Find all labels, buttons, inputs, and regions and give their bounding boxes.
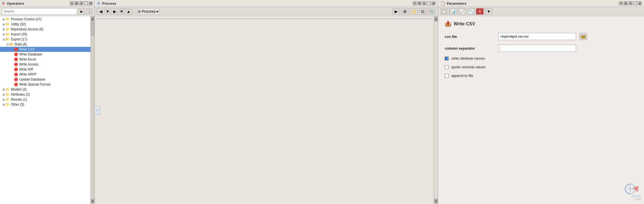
tree-label-process-control: Process Control (37) [11,17,41,21]
back-btn[interactable]: ◀ [97,8,105,15]
tree-label-attributes: Attributes (2) [11,93,30,96]
win-btn-1[interactable]: ✕ [70,1,74,5]
canvas-scroll-up[interactable]: ▲ [434,17,438,21]
watermark: xzji.com 下载集 [625,183,641,201]
tree-item-other[interactable]: ⊞ 📁 Other (3) [0,102,90,107]
win-btn-3[interactable]: ⊡ [79,1,83,5]
export-btn[interactable]: 📎 [428,8,436,15]
win-btn-2[interactable]: ⊠ [75,1,78,5]
connect-btn[interactable]: ⚡ [410,8,418,15]
params-toolbar-btn-4[interactable]: 📉 [467,8,475,15]
tree-label-models: Models (2) [11,88,27,91]
params-win-btn-5[interactable]: ⊞ [638,1,642,5]
tree-label-write-xrff: Write XRFF [19,72,36,76]
process-window-controls: ✕ ⊠ ⊡ ⬜ ⊞ [413,1,436,5]
tree-item-write-csv[interactable]: 🔴 Write CSV [0,47,90,52]
left-scrollbar[interactable]: ▲ ▼ [90,16,94,204]
process-btn-label: Process [142,9,156,14]
tree-item-update-database[interactable]: 🔴 Update Database [0,77,90,82]
params-win-btn-1[interactable]: ✕ [619,1,623,5]
scroll-thumb[interactable] [91,22,94,36]
expand-icon-other: ⊞ [2,103,6,106]
tree-item-write-special-format[interactable]: 🔴 Write Special Format [0,82,90,87]
param-label-csv-file: csv file [445,35,495,39]
folder-icon-repo: 📁 [6,27,10,31]
tree-label-export: Export (17) [11,37,27,41]
params-win-btn-2[interactable]: ⊠ [624,1,628,5]
params-toolbar-btn-1[interactable]: 📋 [440,8,448,15]
tree-label-import: Import (26) [11,32,27,36]
tree-item-write-excel[interactable]: 🔴 Write Excel [0,57,90,62]
param-input-column-sep[interactable] [498,45,576,52]
checkbox-append[interactable] [445,74,449,78]
params-win-btn-4[interactable]: ⬜ [633,1,637,5]
up-btn[interactable]: ▲ [125,8,132,15]
tree-item-write-xrff[interactable]: 🔴 Write XRFF [0,72,90,77]
tree-label-update-database: Update Database [19,77,45,81]
process-win-btn-4[interactable]: ⬜ [427,1,431,5]
tree-item-write-access[interactable]: 🔴 Write Access [0,62,90,67]
tree-item-results[interactable]: ⊞ 📁 Results (1) [0,97,90,102]
fullscreen-btn[interactable]: ⊡ [419,8,427,15]
params-win-btn-3[interactable]: ⊡ [628,1,632,5]
win-btn-4[interactable]: ⬜ [84,1,88,5]
checkbox-quote-nominal[interactable] [445,65,449,69]
process-win-btn-2[interactable]: ⊠ [417,1,421,5]
tree-item-data[interactable]: ⊟ 📂 Data (8) [0,42,90,47]
tree-item-models[interactable]: ⊞ 📁 Models (2) [0,87,90,92]
tree-item-repository-access[interactable]: ⊞ 📁 Repository Access (6) [0,27,90,32]
process-title: Process [102,1,116,6]
tree-item-attributes[interactable]: ⊞ 📁 Attributes (2) [0,92,90,97]
tree-item-import[interactable]: ⊞ 📁 Import (26) [0,32,90,37]
parameters-icon: 📋 [440,1,445,6]
params-toolbar-btn-6[interactable]: ▼ [485,8,493,15]
process-canvas[interactable]: Main Process [97,18,432,19]
param-browse-csv-file[interactable] [579,33,587,40]
params-toolbar-btn-5[interactable]: ✕ [476,8,484,15]
folder-icon-import: 📁 [6,32,10,36]
canvas-scrollbar[interactable]: ▲ ▼ [434,16,438,204]
operators-header: ⚙ Operators ✕ ⊠ ⊡ ⬜ ⊞ [0,0,94,7]
operator-icon-writeaccess: 🔴 [14,62,18,66]
left-port-handle[interactable]: ▷ [95,106,100,114]
params-window-controls: ✕ ⊠ ⊡ ⬜ ⊞ [619,1,642,5]
scroll-up-btn[interactable]: ▲ [91,17,94,21]
process-header: ⚙ Process ✕ ⊠ ⊡ ⬜ ⊞ [95,0,438,7]
scroll-down-btn[interactable]: ▼ [91,199,94,203]
forward-btn[interactable]: ▶ [111,8,119,15]
tree-item-write-database[interactable]: 🔴 Write Database [0,52,90,57]
params-toolbar-btn-3[interactable]: 📈 [458,8,466,15]
tree-item-utility[interactable]: ⊞ 📁 Utility (52) [0,22,90,27]
run-btn[interactable]: ▶ [392,8,400,15]
tree-label-repo: Repository Access (6) [11,27,43,31]
params-content: Write CSV csv file column separator [438,16,644,115]
process-win-btn-5[interactable]: ⊞ [432,1,436,5]
checkbox-write-attr[interactable]: ✓ [445,57,449,60]
forward-nav-icon[interactable]: ▶ [78,8,85,15]
watermark-icon [625,183,641,195]
tree-item-write-arff[interactable]: 🔴 Write Arff [0,67,90,72]
down-sort-icon[interactable]: ↓ [86,8,93,15]
canvas-scroll-down[interactable]: ▼ [434,199,438,203]
tree-label-write-access: Write Access [19,62,38,66]
process-win-btn-3[interactable]: ⊡ [422,1,426,5]
tree-item-process-control[interactable]: ⊞ 📁 Process Control (37) [0,17,90,22]
operators-icon: ⚙ [2,1,5,6]
process-win-btn-1[interactable]: ✕ [413,1,417,5]
tree-label-other: Other (3) [11,103,24,106]
process-btn-icon: ⊞ [138,10,141,13]
folder-icon-models: 📁 [6,88,10,91]
checkbox-label-append: append to file [451,74,473,78]
param-input-csv-file[interactable] [498,33,576,40]
tree-item-export[interactable]: ⊟ 📂 Export (17) [0,37,90,42]
grid-btn[interactable]: ⊞ [401,8,409,15]
folder-icon-attributes: 📁 [6,93,10,96]
search-input[interactable] [2,8,77,15]
checkbox-row-write-attr: ✓ write attribute names [445,56,637,60]
forward-dropdown-btn[interactable]: ▼ [120,8,124,15]
params-toolbar-btn-2[interactable]: 📊 [449,8,457,15]
back-dropdown-btn[interactable]: ▼ [106,8,110,15]
tree-label-write-arff: Write Arff [19,67,33,71]
process-dropdown-btn[interactable]: ⊞ Process ▶ [137,8,159,15]
win-btn-5[interactable]: ⊞ [89,1,93,5]
